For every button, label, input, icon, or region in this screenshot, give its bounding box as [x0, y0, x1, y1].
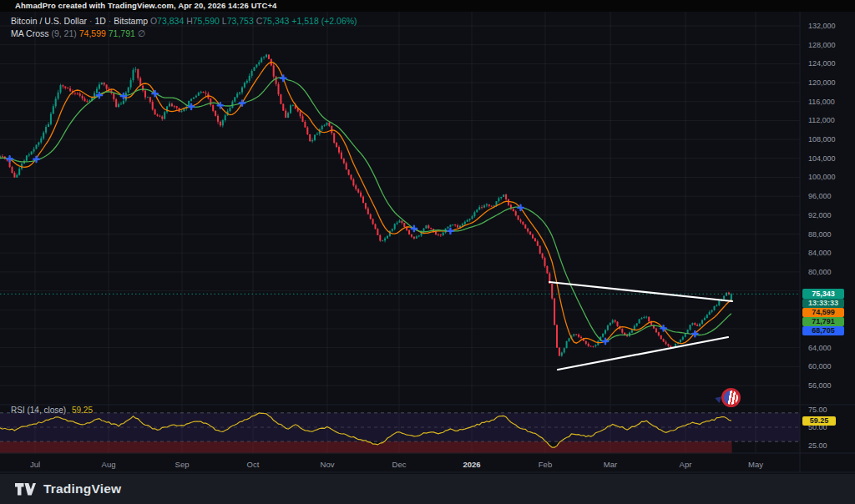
price-tick-label: 56,000 [808, 381, 853, 390]
time-tick-label: Apr [680, 460, 692, 469]
indicator-params: (9, 21) [51, 28, 76, 38]
low-value: 73,753 [227, 16, 254, 26]
brand-name[interactable]: TradingView [43, 481, 121, 496]
candlesticks [0, 54, 732, 357]
price-tick-label: 104,000 [808, 154, 853, 163]
visibility-toggle-icon[interactable]: ∅ [138, 28, 145, 38]
time-tick-label: Aug [102, 460, 116, 469]
rsi-value-badge: 59.25 [802, 416, 836, 426]
time-tick-label: Mar [604, 460, 617, 469]
price-tick-label: 116,000 [808, 98, 853, 106]
symbol-name: Bitcoin / U.S. Dollar [11, 16, 87, 26]
watermark-text: AhmadPro created with TradingView.com, A… [15, 1, 277, 10]
price-tick-label: 112,000 [808, 116, 853, 124]
ma-cross-markers [7, 76, 697, 345]
open-label: O [150, 16, 157, 26]
ma-fast-line [0, 62, 731, 343]
rsi-legend-row[interactable]: RSI (14, close) 59.25 [11, 406, 93, 415]
time-tick-label: Dec [392, 460, 407, 469]
time-tick-label: Oct [247, 460, 260, 469]
open-value: 73,834 [157, 16, 184, 26]
chart-canvas[interactable] [0, 0, 855, 504]
symbol-legend-row[interactable]: Bitcoin / U.S. Dollar · 1D · Bitstamp O7… [11, 15, 357, 28]
price-tick-label: 96,000 [808, 192, 853, 200]
price-tick-label: 64,000 [808, 344, 853, 352]
price-badge-ma-fast: 74,599 [802, 308, 844, 317]
time-tick-label: May [748, 460, 763, 469]
price-tick-label: 80,000 [808, 268, 853, 276]
price-tick-label: 92,000 [808, 211, 853, 219]
high-value: 75,590 [193, 16, 220, 26]
price-tick-label: 84,000 [808, 249, 853, 257]
grid [0, 12, 800, 453]
rsi-indicator-name: RSI (14, close) [11, 406, 66, 415]
price-badge-close-price: 75,343 [802, 289, 844, 299]
price-tick-label: 60,000 [808, 362, 853, 370]
price-tick-label: 88,000 [808, 230, 853, 239]
indicator-name: MA Cross [11, 28, 49, 38]
tradingview-logo-icon[interactable] [15, 482, 36, 496]
time-tick-label: Feb [539, 460, 552, 469]
price-tick-label: 100,000 [808, 173, 853, 181]
time-tick-label: Jul [30, 460, 40, 469]
time-tick-label: Nov [321, 460, 335, 469]
indicator-legend-row[interactable]: MA Cross (9, 21) 74,599 71,791 ∅ [11, 28, 357, 40]
price-badge-countdown: 13:33:33 [802, 299, 844, 308]
ma-slow-value: 71,791 [109, 28, 135, 38]
rsi-tick-label: 25.00 [808, 441, 853, 450]
exchange-label: Bitstamp [114, 16, 148, 26]
footer-bar: TradingView [0, 474, 855, 504]
watermark-bar: AhmadPro created with TradingView.com, A… [0, 0, 855, 12]
price-badge-ma-slow: 71,791 [802, 317, 844, 326]
time-tick-label: Sep [175, 460, 190, 469]
rsi-tick-label: 75.00 [808, 406, 853, 414]
change-value: +1,518 (+2.06%) [291, 16, 357, 26]
price-tick-label: 108,000 [808, 135, 853, 144]
price-tick-label: 128,000 [808, 41, 853, 49]
price-tick-label: 120,000 [808, 78, 853, 87]
close-value: 75,343 [262, 16, 289, 26]
high-label: H [186, 16, 193, 26]
price-tick-label: 124,000 [808, 59, 853, 68]
price-tick-label: 132,000 [808, 22, 853, 30]
rsi-value: 59.25 [72, 406, 93, 415]
time-tick-label: 2026 [463, 460, 480, 469]
tradingview-chart-page: AhmadPro created with TradingView.com, A… [0, 0, 855, 504]
chart-legend: Bitcoin / U.S. Dollar · 1D · Bitstamp O7… [11, 15, 357, 40]
trendline-ascending-support[interactable] [558, 337, 728, 370]
flag-sticker-icon[interactable] [721, 388, 741, 407]
interval-label: 1D [94, 16, 105, 26]
price-badge-level: 68,705 [802, 326, 844, 335]
ma-fast-value: 74,599 [79, 28, 106, 38]
